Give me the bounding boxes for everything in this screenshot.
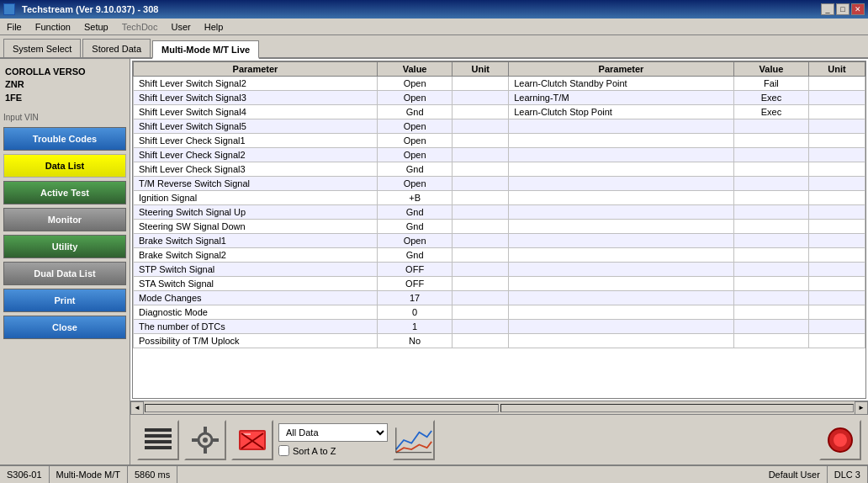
param2-cell: Learn-Clutch Standby Point: [509, 77, 734, 91]
menu-file[interactable]: File: [3, 22, 25, 32]
sort-checkbox[interactable]: [278, 445, 289, 456]
close-button[interactable]: ✕: [851, 3, 865, 15]
param2-cell: [509, 320, 734, 334]
param2-cell: [509, 148, 734, 162]
tab-stored-data[interactable]: Stored Data: [82, 39, 151, 57]
value1-cell: Gnd: [378, 205, 453, 220]
svg-point-18: [834, 433, 847, 447]
col-header-value1: Value: [378, 62, 453, 77]
value2-cell: [733, 277, 808, 291]
title-bar: Techstream (Ver 9.10.037) - 308 _ □ ✕: [0, 0, 868, 19]
tab-multimode[interactable]: Multi-Mode M/T Live: [152, 40, 259, 59]
param2-cell: [509, 162, 734, 177]
list-view-button[interactable]: [137, 420, 179, 460]
param2-cell: [509, 263, 734, 277]
value1-cell: Gnd: [378, 162, 453, 177]
tab-system-select[interactable]: System Select: [3, 39, 81, 57]
svg-rect-0: [145, 428, 172, 432]
unit1-cell: [453, 277, 509, 291]
unit1-cell: [453, 263, 509, 277]
dual-data-list-button[interactable]: Dual Data List: [3, 262, 126, 285]
param1-cell: Steering Switch Signal Up: [134, 205, 378, 220]
value1-cell: 1: [378, 320, 453, 334]
scroll-right-button[interactable]: ►: [855, 401, 868, 415]
snapshot-button[interactable]: [231, 420, 273, 460]
value1-cell: +B: [378, 191, 453, 205]
table-row: Diagnostic Mode 0: [134, 305, 865, 320]
content-area: Parameter Value Unit Parameter Value Uni…: [130, 59, 868, 464]
param1-cell: Shift Lever Switch Signal4: [134, 105, 378, 119]
record-icon: [825, 425, 855, 455]
trouble-codes-button[interactable]: Trouble Codes: [3, 127, 126, 151]
title-bar-left: Techstream (Ver 9.10.037) - 308: [3, 3, 158, 15]
input-vin-label: Input VIN: [3, 111, 126, 124]
menu-help[interactable]: Help: [201, 22, 227, 32]
snapshot-icon: [237, 425, 267, 455]
param2-cell: [509, 220, 734, 234]
unit2-cell: [809, 263, 865, 277]
menu-techdoc[interactable]: TechDoc: [119, 22, 161, 32]
param1-cell: The number of DTCs: [134, 320, 378, 334]
param2-cell: [509, 248, 734, 263]
value1-cell: OFF: [378, 277, 453, 291]
unit2-cell: [809, 91, 865, 105]
value1-cell: Open: [378, 119, 453, 134]
unit2-cell: [809, 148, 865, 162]
print-button[interactable]: Print: [3, 289, 126, 312]
value2-cell: [733, 334, 808, 348]
unit2-cell: [809, 334, 865, 348]
unit2-cell: [809, 277, 865, 291]
param2-cell: [509, 119, 734, 134]
unit2-cell: [809, 162, 865, 177]
restore-button[interactable]: □: [836, 3, 849, 15]
tab-bar: System Select Stored Data Multi-Mode M/T…: [0, 35, 868, 59]
unit2-cell: [809, 291, 865, 305]
vehicle-line2: ZNR: [5, 78, 124, 91]
settings-button[interactable]: [184, 420, 226, 460]
param2-cell: [509, 234, 734, 248]
sidebar: COROLLA VERSO ZNR 1FE Input VIN Trouble …: [0, 59, 130, 464]
table-row: Shift Lever Check Signal3 Gnd: [134, 162, 865, 177]
col-header-unit1: Unit: [453, 62, 509, 77]
dropdown-area: All Data Sort A to Z: [278, 423, 388, 456]
utility-button[interactable]: Utility: [3, 235, 126, 258]
param1-cell: STA Switch Signal: [134, 277, 378, 291]
minimize-button[interactable]: _: [821, 3, 834, 15]
param1-cell: Shift Lever Check Signal1: [134, 134, 378, 148]
param2-cell: [509, 134, 734, 148]
svg-rect-6: [204, 427, 207, 433]
status-bar: S306-01 Multi-Mode M/T 5860 ms Default U…: [0, 464, 868, 483]
param2-cell: [509, 291, 734, 305]
unit1-cell: [453, 220, 509, 234]
value1-cell: Open: [378, 134, 453, 148]
all-data-select[interactable]: All Data: [278, 423, 388, 442]
table-row: Shift Lever Switch Signal2 Open Learn-Cl…: [134, 77, 865, 91]
param1-cell: Shift Lever Switch Signal3: [134, 91, 378, 105]
active-test-button[interactable]: Active Test: [3, 181, 126, 204]
status-time: 5860 ms: [128, 466, 177, 483]
unit2-cell: [809, 191, 865, 205]
value2-cell: [733, 263, 808, 277]
unit2-cell: [809, 320, 865, 334]
value1-cell: Gnd: [378, 105, 453, 119]
scroll-left-button[interactable]: ◄: [130, 401, 144, 415]
param1-cell: Ignition Signal: [134, 191, 378, 205]
param1-cell: Shift Lever Check Signal3: [134, 162, 378, 177]
svg-rect-3: [145, 446, 172, 449]
monitor-button[interactable]: Monitor: [3, 208, 126, 231]
col-header-param1: Parameter: [134, 62, 378, 77]
data-list-button[interactable]: Data List: [3, 154, 126, 178]
unit2-cell: [809, 77, 865, 91]
col-header-unit2: Unit: [809, 62, 865, 77]
unit1-cell: [453, 119, 509, 134]
menu-setup[interactable]: Setup: [81, 22, 112, 32]
value2-cell: [733, 291, 808, 305]
menu-user[interactable]: User: [167, 22, 193, 32]
menu-function[interactable]: Function: [32, 22, 74, 32]
sort-checkbox-area: Sort A to Z: [278, 445, 388, 456]
record-button[interactable]: [819, 420, 861, 460]
graph-icon: [394, 425, 433, 455]
unit2-cell: [809, 105, 865, 119]
close-button[interactable]: Close: [3, 316, 126, 339]
graph-button[interactable]: [393, 420, 435, 460]
